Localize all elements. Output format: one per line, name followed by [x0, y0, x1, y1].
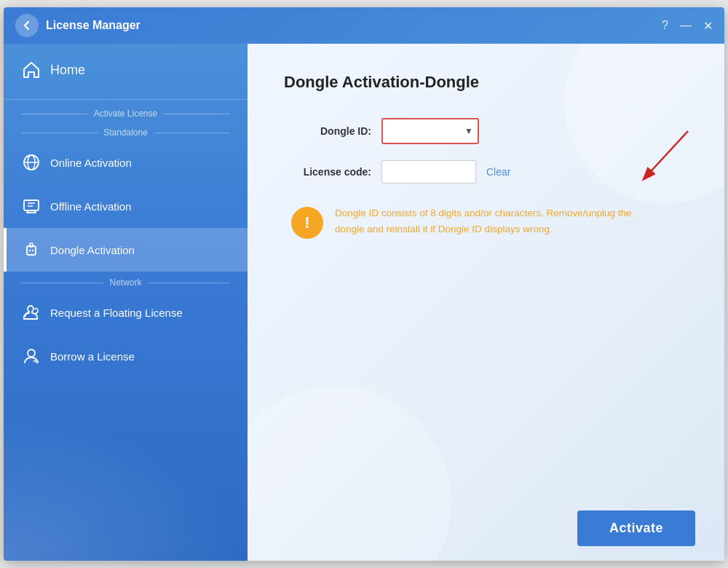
svg-point-13 — [28, 350, 35, 357]
sidebar-item-offline-activation[interactable]: Offline Activation — [4, 184, 248, 228]
dongle-id-label: Dongle ID: — [284, 125, 371, 137]
info-box: ! Dongle ID consists of 8 digits and/or … — [284, 205, 688, 239]
standalone-section: Standalone — [4, 122, 248, 141]
window-controls: ? — ✕ — [662, 19, 713, 33]
sidebar-item-borrow-license[interactable]: Borrow a License — [4, 334, 248, 378]
request-floating-label: Request a Floating License — [50, 307, 183, 319]
offline-activation-label: Offline Activation — [50, 200, 131, 213]
help-button[interactable]: ? — [662, 19, 668, 32]
content-inner: Dongle Activation-Dongle Dongle ID: ▼ Li… — [248, 44, 724, 499]
activate-license-section: Activate License — [4, 103, 248, 122]
back-button[interactable] — [15, 14, 39, 37]
info-text: Dongle ID consists of 8 digits and/or ch… — [335, 205, 655, 237]
floating-license-icon — [21, 302, 41, 323]
svg-rect-10 — [30, 243, 33, 247]
dongle-id-select-wrapper: ▼ — [381, 118, 479, 144]
minimize-button[interactable]: — — [680, 19, 692, 32]
activate-btn-row: Activate — [248, 499, 724, 561]
app-window: License Manager ? — ✕ Home Activate Lic — [4, 7, 724, 561]
license-code-row: License code: Clear — [284, 160, 688, 184]
sidebar-item-online-activation[interactable]: Online Activation — [4, 141, 248, 184]
sidebar-item-dongle-activation[interactable]: Dongle Activation — [4, 228, 248, 272]
dongle-id-select[interactable] — [383, 119, 478, 143]
clear-button[interactable]: Clear — [486, 166, 510, 178]
borrow-license-icon — [21, 346, 41, 366]
home-label: Home — [50, 63, 85, 78]
divider-1 — [4, 99, 248, 100]
online-activation-icon — [21, 152, 41, 173]
dongle-activation-icon — [21, 240, 41, 260]
sidebar-item-home[interactable]: Home — [4, 44, 248, 96]
page-title: Dongle Activation-Dongle — [284, 73, 688, 92]
main-layout: Home Activate License Standalone — [4, 44, 724, 561]
svg-point-11 — [29, 250, 31, 251]
network-section: Network — [4, 272, 248, 291]
online-activation-label: Online Activation — [50, 157, 132, 169]
titlebar: License Manager ? — ✕ — [4, 7, 724, 44]
content-area: Dongle Activation-Dongle Dongle ID: ▼ Li… — [248, 44, 724, 561]
dongle-activation-label: Dongle Activation — [50, 244, 135, 256]
close-button[interactable]: ✕ — [703, 19, 713, 33]
sidebar: Home Activate License Standalone — [4, 44, 248, 561]
home-icon — [21, 60, 41, 80]
activate-button[interactable]: Activate — [577, 510, 695, 546]
license-code-input[interactable] — [381, 160, 476, 184]
app-title: License Manager — [46, 19, 662, 32]
warning-icon: ! — [291, 207, 323, 239]
svg-rect-3 — [24, 200, 39, 210]
borrow-license-label: Borrow a License — [50, 350, 135, 363]
svg-point-12 — [32, 250, 33, 251]
offline-activation-icon — [21, 196, 41, 216]
dongle-id-row: Dongle ID: ▼ — [284, 118, 688, 144]
sidebar-item-request-floating[interactable]: Request a Floating License — [4, 291, 248, 334]
license-code-label: License code: — [284, 166, 371, 178]
